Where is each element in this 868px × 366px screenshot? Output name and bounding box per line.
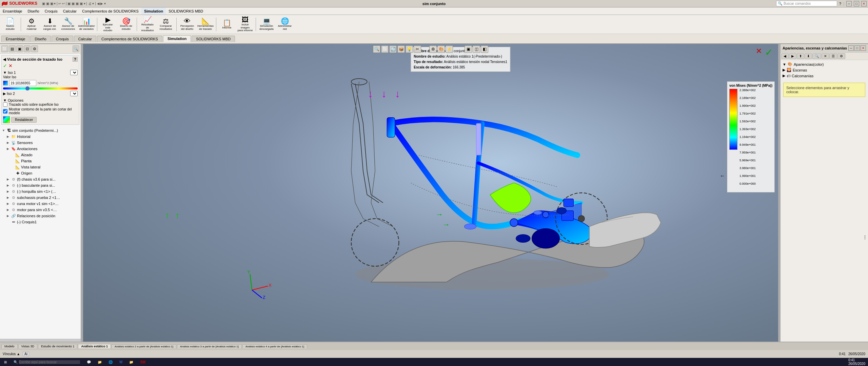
tb-simulacion[interactable]: 💻 Simulacióndescargada [258,16,275,33]
status-tab-vistas3d[interactable]: Vistas 3D [18,344,37,348]
tb-administrador[interactable]: 📊 Administradorde vaciados [78,16,95,33]
iso2-arrow[interactable]: ▶ [3,92,6,96]
rp-tab-down[interactable]: ⬇ [805,53,812,59]
tab-calcular[interactable]: Calcular [74,36,96,42]
tree-origen[interactable]: ✚ Origen [1,170,79,176]
tab-croquis[interactable]: Croquis [52,36,73,42]
taskbar-edge[interactable]: 🌐 [106,360,115,364]
lp-icon-2[interactable]: ▤ [9,45,16,52]
lp-icon-1[interactable]: ⬜ [1,45,8,52]
tb-diseno[interactable]: 🎯 Diseño deestudio [117,16,135,33]
tb-asesor-cargas[interactable]: ⬇ Asesor decargas ext. [41,16,59,33]
status-tab-analisis3[interactable]: Análisis estático 3 a partir de [Análisi… [177,344,242,348]
minimize-btn[interactable]: ─ [846,1,852,6]
tree-motor[interactable]: ▶ ⚙ motor para sim v3.5 <… [1,207,79,213]
rp-close[interactable]: ✕ [861,45,866,51]
tree-historial[interactable]: ▶ 📁 Historial [1,134,79,140]
tree-alzado[interactable]: 📐 Alzado [1,152,79,158]
iso1-arrow[interactable]: ▼ [3,70,7,75]
tb-nuevo-estudio[interactable]: 📄 Nuevoestudio [1,16,19,33]
lp-icon-3[interactable]: ▣ [16,45,23,52]
viewport[interactable]: 🔍 ⬜ 🔄 📦 💡 ✂ ⚙ 🎨 ⚡ ▣ ◫ ◧ Nombre del model… [83,44,778,342]
close-view-btn[interactable]: ✕ [756,47,762,56]
options-arrow[interactable]: ▼ [3,98,7,102]
tree-vista-lateral[interactable]: 📐 Vista lateral [1,164,79,170]
tb-administrar-red[interactable]: 🌐 Administrarred [276,16,294,33]
status-tab-analisis4[interactable]: Análisis estático 4 a partir de [Análisi… [242,344,307,348]
tb-aplicar-material[interactable]: ⚙ Aplicarmaterial [23,16,40,33]
cancel-btn[interactable]: ✕ [8,63,13,68]
tree-relaciones[interactable]: ▶ 🔗 Relaciones de posición [1,213,79,219]
taskbar-search[interactable]: 🔍 [11,360,83,364]
color-swatch[interactable] [3,116,10,123]
iso-panel-help[interactable]: ? [73,57,78,62]
search-label-title[interactable]: Buscar comandos [784,2,811,5]
tb-percepcion[interactable]: 👁 Percepcióndel diseño [178,16,196,33]
help-btn[interactable]: ? [839,2,841,6]
tab-simulation[interactable]: Simulation [163,35,191,42]
rp-tree-apariencias[interactable]: ▼ 🎨 Apariencias(color) [782,61,867,67]
lp-icon-5[interactable]: ⚙ [31,45,38,52]
menu-mbd[interactable]: SOLIDWORKS MBD [166,7,206,15]
taskbar-start[interactable]: ⊞ [1,360,9,364]
tree-planta[interactable]: 📐 Planta [1,158,79,164]
rp-expand-btn[interactable]: ⋮ [863,235,867,240]
menu-complementos[interactable]: Complementos de SOLIDWORKS [79,7,141,15]
tb-herramientas[interactable]: 📐 Herramientasde trazado [197,16,214,33]
vp-btn-settings6[interactable]: ◧ [481,45,488,53]
tree-subchassis[interactable]: ▶ ⚙ subchassis prueba 2 <1… [1,195,79,201]
iso1-slider-thumb[interactable] [25,86,29,90]
rp-tree-calcomania[interactable]: ▶ 🏷 Calcomanías [782,73,867,79]
status-tab-motion1[interactable]: Estudio de movimiento 1 [38,344,78,348]
rp-tab-search[interactable]: 🔍 [812,53,821,59]
taskbar-search-input[interactable] [19,360,80,364]
menu-diseno[interactable]: Diseño [25,7,42,15]
rp-tab-settings[interactable]: ⚙ [837,53,845,59]
tree-root[interactable]: ▼ 🏗 sim conjunto (Predetermi...) [1,127,79,134]
vp-btn-select[interactable]: ⬜ [381,45,389,53]
vp-btn-box[interactable]: 📦 [397,45,405,53]
tab-ensamblaje[interactable]: Ensamblaje [1,36,29,42]
tb-comparar[interactable]: ⚖ Compararresultados [157,16,175,33]
status-tab-modelo[interactable]: Modelo [1,344,18,348]
tree-horquilla[interactable]: ▶ ⚙ (-) horquilla sim <1> (… [1,188,79,195]
check1-cb[interactable] [3,102,7,107]
rp-tree-escenas[interactable]: ▶ 🌄 Escenas [782,67,867,73]
rp-tab-up[interactable]: ⬆ [797,53,804,59]
vp-btn-settings3[interactable]: ⚡ [446,45,453,53]
taskbar-explorer2[interactable]: 📁 [126,360,136,364]
rp-maximize[interactable]: □ [854,45,860,51]
tree-sensores[interactable]: ▶ 📡 Sensores [1,140,79,146]
taskbar-chat[interactable]: 💬 [84,360,94,364]
tb-incluir-imagen[interactable]: 🖼 Incluir imagenpara informe [236,16,254,33]
vp-btn-settings5[interactable]: ◫ [473,45,480,53]
restablecer-btn[interactable]: Restablecer [11,117,37,123]
lp-icon-6[interactable]: 🔍 [73,45,79,52]
menu-croquis[interactable]: Croquis [42,7,60,15]
taskbar-word[interactable]: W [117,360,125,364]
tree-anotaciones[interactable]: ▶ 🔖 Anotaciones [1,146,79,152]
confirm-check[interactable]: ✓ [765,47,773,58]
tree-cuna-motor[interactable]: ▶ ⚙ cuna motor v1 sim <1>… [1,201,79,207]
taskbar-sw[interactable]: SW [137,360,148,364]
rp-tab-list[interactable]: ☰ [829,53,837,59]
rp-tab-back[interactable]: ◀ [781,53,789,59]
vp-btn-light[interactable]: 💡 [406,45,413,53]
status-tab-analisis2[interactable]: Análisis estático 2 a partir de [Análisi… [112,344,176,348]
check2-cb[interactable] [3,109,7,114]
tb-resultado[interactable]: 📈 Resultado deresultados [139,16,156,33]
iso1-dropdown[interactable] [70,70,78,75]
iso-panel-header[interactable]: ◀ Vista de sección de trazado Iso ? [3,57,78,62]
rp-minimize[interactable]: ─ [848,45,854,51]
tab-mbd[interactable]: SOLIDWORKS MBD [192,36,235,42]
menu-calcular[interactable]: Calcular [60,7,79,15]
status-tab-analisis1[interactable]: Análisis estático 1 [78,344,111,348]
vp-btn-settings4[interactable]: ▣ [465,45,472,53]
tree-croquis[interactable]: ✏ (-) Croquis1 [1,219,79,225]
rp-tab-fwd[interactable]: ▶ [789,53,796,59]
close-btn[interactable]: ✕ [861,1,867,6]
maximize-btn[interactable]: □ [854,1,859,6]
vp-btn-rotate[interactable]: 🔄 [389,45,397,53]
tree-chasis[interactable]: ▶ ⚙ (f) chasis v3.6 para si... [1,176,79,182]
accept-btn[interactable]: ✓ [3,63,7,68]
